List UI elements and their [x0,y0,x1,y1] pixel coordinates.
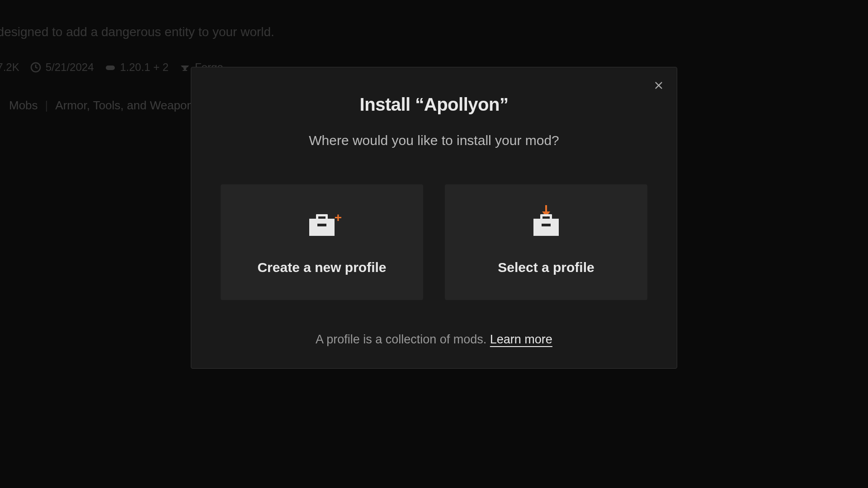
select-profile-card[interactable]: Select a profile [445,184,647,300]
footer-description: A profile is a collection of mods. [316,333,490,346]
plus-icon: + [335,211,342,225]
footer-text: A profile is a collection of mods. Learn… [213,333,655,347]
create-profile-card[interactable]: + Create a new profile [221,184,423,300]
close-icon [654,80,664,90]
modal-overlay: Install “Apollyon” Where would you like … [0,0,868,488]
install-modal: Install “Apollyon” Where would you like … [191,67,677,369]
modal-title: Install “Apollyon” [213,94,655,115]
create-profile-icon: + [304,209,340,245]
close-button[interactable] [651,78,666,93]
modal-subtitle: Where would you like to install your mod… [213,133,655,148]
options-container: + Create a new profile [213,184,655,300]
create-profile-label: Create a new profile [257,260,386,275]
select-profile-icon [528,209,564,245]
select-profile-label: Select a profile [498,260,594,275]
learn-more-link[interactable]: Learn more [490,333,552,346]
